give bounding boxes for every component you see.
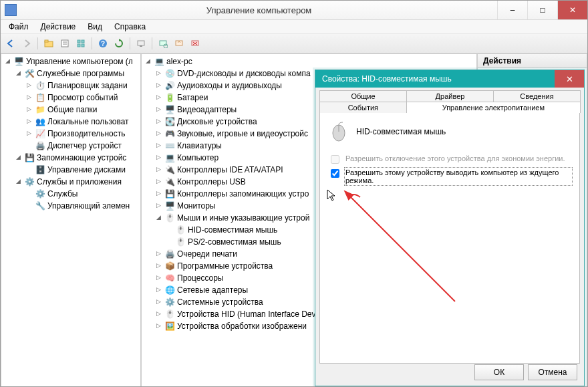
forward-icon[interactable] <box>19 36 34 51</box>
tab-details[interactable]: Сведения <box>493 90 581 102</box>
help-icon[interactable]: ? <box>96 36 110 51</box>
tab-general[interactable]: Общие <box>319 90 407 102</box>
tree-item[interactable]: 🗄️Управление дисками <box>24 164 140 176</box>
tree-item[interactable]: ▷📋Просмотр событий <box>24 92 140 104</box>
expander-icon[interactable]: ▷ <box>155 190 162 198</box>
mouse-icon: 🖱️ <box>175 237 186 247</box>
tree-label: Управление компьютером (л <box>26 57 133 66</box>
services-apps-icon: ⚙️ <box>24 176 35 187</box>
list-icon[interactable] <box>74 36 88 51</box>
expander-icon[interactable]: ▷ <box>155 299 162 306</box>
tree-item[interactable]: ▷📈Производительность <box>24 128 140 140</box>
folder-up-icon[interactable] <box>41 36 56 51</box>
tree-label: PS/2-совместимая мышь <box>188 237 281 247</box>
expander-icon[interactable]: ▷ <box>155 263 162 270</box>
expander-icon[interactable]: ▷ <box>155 311 162 318</box>
tree-item[interactable]: ▷👥Локальные пользоват <box>24 116 140 128</box>
scan-icon[interactable] <box>156 36 170 51</box>
tree-group-storage[interactable]: ◢ 💾 Запоминающие устройс <box>13 152 140 164</box>
menu-view[interactable]: Вид <box>82 21 108 33</box>
tree-root[interactable]: ◢ 🖥️ Управление компьютером (л <box>3 55 140 68</box>
tree-label: Управляющий элемен <box>47 201 130 211</box>
expander-icon[interactable]: ▷ <box>155 94 162 102</box>
category-icon: 💾 <box>164 188 175 199</box>
expander-icon[interactable]: ▷ <box>155 287 162 294</box>
tab-power-management[interactable]: Управление электропитанием <box>406 102 581 113</box>
svg-rect-2 <box>61 40 68 47</box>
svg-rect-12 <box>140 45 142 47</box>
properties-icon[interactable] <box>57 36 72 51</box>
tree-label: Системные устройства <box>177 297 263 307</box>
category-icon: 🖥️ <box>164 201 175 211</box>
category-icon: 🖱️ <box>164 213 175 223</box>
back-icon[interactable] <box>3 36 18 51</box>
tree-item[interactable]: ▷📁Общие папки <box>24 104 140 116</box>
expander-icon[interactable]: ▷ <box>155 130 162 138</box>
computer-mgmt-icon: 🖥️ <box>13 56 24 67</box>
expander-icon[interactable]: ▷ <box>25 130 33 138</box>
tree-label: Управление дисками <box>47 165 126 174</box>
svg-rect-5 <box>78 40 80 43</box>
expander-icon[interactable]: ▷ <box>25 82 33 90</box>
ok-button[interactable]: ОК <box>474 364 524 380</box>
dialog-close-button[interactable]: ✕ <box>555 70 584 88</box>
menu-help[interactable]: Справка <box>109 21 151 33</box>
tab-driver[interactable]: Драйвер <box>406 90 494 102</box>
expander-icon[interactable]: ▷ <box>155 166 162 174</box>
expander-icon[interactable]: ◢ <box>15 70 22 78</box>
uninstall-icon[interactable] <box>188 36 202 51</box>
checkbox-input[interactable] <box>331 169 339 178</box>
tree-item[interactable]: 🔧Управляющий элемен <box>24 200 140 212</box>
expander-icon[interactable]: ▷ <box>155 118 162 126</box>
expander-icon[interactable]: ▷ <box>155 275 162 282</box>
category-icon: 📦 <box>164 261 175 271</box>
expander-icon[interactable]: ▷ <box>155 323 162 330</box>
checkbox-label: Разрешить отключение этого устройства дл… <box>345 154 565 162</box>
expander-icon[interactable]: ▷ <box>25 94 33 102</box>
tree-label: Звуковые, игровые и видеоустройс <box>177 129 308 138</box>
tree-group-system-tools[interactable]: ◢ 🛠️ Служебные программы <box>13 68 140 80</box>
expander-icon[interactable]: ◢ <box>15 178 22 186</box>
svg-rect-11 <box>138 41 144 45</box>
expander-icon[interactable]: ▷ <box>155 154 162 162</box>
disk-mgmt-icon: 🗄️ <box>35 164 45 175</box>
checkbox-allow-wake[interactable]: Разрешить этому устройству выводить комп… <box>328 168 571 184</box>
tree-label: Контроллеры IDE ATA/ATAPI <box>177 165 283 174</box>
device-icon[interactable] <box>134 36 148 51</box>
expander-icon[interactable]: ▷ <box>25 118 33 126</box>
tree-item[interactable]: ▷⏱️Планировщик задани <box>24 80 140 92</box>
tab-events[interactable]: События <box>319 102 407 113</box>
services-icon: ⚙️ <box>35 188 45 199</box>
category-icon: 🖨️ <box>164 249 175 259</box>
tree-label: Аудиовходы и аудиовыходы <box>177 81 282 90</box>
maximize-button[interactable]: □ <box>527 1 557 19</box>
tree-label: Контроллеры USB <box>177 177 246 186</box>
expander-icon[interactable]: ▷ <box>155 251 162 258</box>
expander-icon[interactable]: ◢ <box>4 58 11 66</box>
expander-icon[interactable]: ▷ <box>155 142 162 150</box>
expander-icon[interactable]: ▷ <box>155 203 162 210</box>
expander-icon[interactable]: ▷ <box>155 70 162 78</box>
device-root[interactable]: ◢💻alex-pc <box>143 55 476 68</box>
close-button[interactable]: ✕ <box>557 1 587 19</box>
navigation-pane[interactable]: ◢ 🖥️ Управление компьютером (л ◢ 🛠️ Служ… <box>1 53 141 387</box>
expander-icon[interactable]: ▷ <box>155 106 162 114</box>
dialog-titlebar[interactable]: Свойства: HID-совместимая мышь ✕ <box>315 70 584 88</box>
expander-icon[interactable]: ◢ <box>144 58 152 66</box>
expander-icon[interactable]: ▷ <box>25 106 33 114</box>
menu-action[interactable]: Действие <box>35 21 82 33</box>
expander-icon[interactable]: ◢ <box>15 154 22 162</box>
minimize-button[interactable]: – <box>497 1 527 19</box>
update-icon[interactable] <box>172 36 186 51</box>
category-icon: 🔌 <box>164 164 175 175</box>
menu-file[interactable]: Файл <box>3 21 34 33</box>
expander-icon[interactable]: ▷ <box>155 178 162 186</box>
expander-icon[interactable]: ◢ <box>155 215 162 222</box>
tree-item[interactable]: 🖨️Диспетчер устройст <box>24 140 140 152</box>
tree-item[interactable]: ⚙️Службы <box>24 188 140 200</box>
expander-icon[interactable]: ▷ <box>155 82 162 90</box>
refresh-icon[interactable] <box>112 36 126 51</box>
tree-label: DVD-дисководы и дисководы компа <box>177 69 311 78</box>
cancel-button[interactable]: Отмена <box>528 364 577 380</box>
tree-group-services[interactable]: ◢ ⚙️ Службы и приложения <box>13 176 140 188</box>
